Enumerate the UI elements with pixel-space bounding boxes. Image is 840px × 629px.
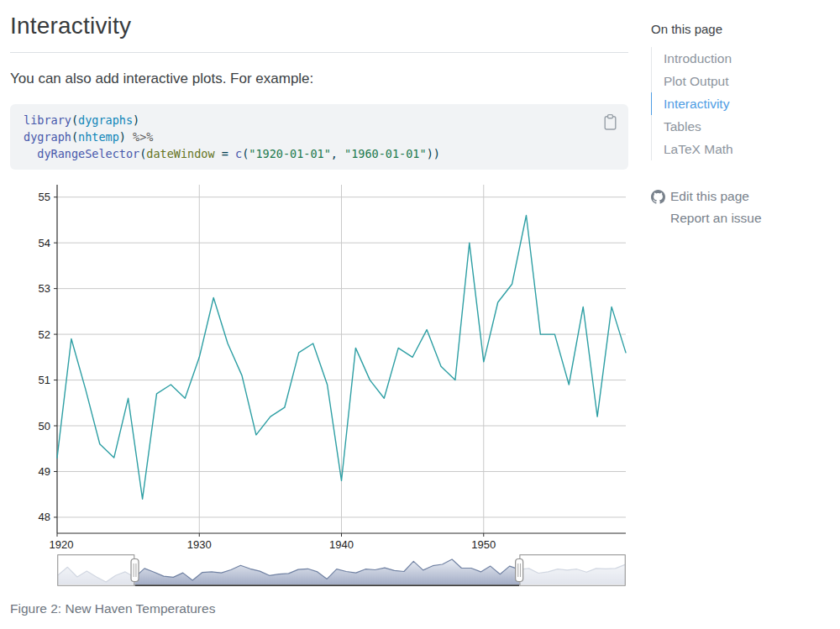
- edit-this-page-label: Edit this page: [670, 188, 749, 205]
- code-token: (: [71, 130, 78, 144]
- code-token[interactable]: dyRangeSelector: [37, 147, 139, 160]
- code-token: dateWindow: [146, 147, 214, 160]
- report-an-issue-link[interactable]: Report an issue: [651, 207, 832, 229]
- intro-text: You can also add interactive plots. For …: [10, 71, 628, 87]
- svg-text:52: 52: [39, 328, 50, 341]
- code-token: ): [119, 130, 133, 144]
- on-this-page-sidebar: On this page Introduction Plot Output In…: [651, 22, 832, 229]
- svg-text:49: 49: [39, 465, 50, 478]
- code-token: "1920-01-01": [249, 147, 331, 160]
- clipboard-icon: [602, 113, 618, 131]
- page-title: Interactivity: [10, 13, 628, 39]
- svg-text:1920: 1920: [50, 538, 74, 551]
- svg-text:1930: 1930: [187, 538, 212, 551]
- range-selector[interactable]: [57, 554, 626, 588]
- main-content: Interactivity You can also add interacti…: [10, 0, 628, 616]
- toc-tools: Edit this page Report an issue: [651, 186, 832, 229]
- svg-text:50: 50: [39, 420, 50, 432]
- code-token: )): [427, 147, 440, 160]
- code-token[interactable]: dygraph: [24, 130, 71, 144]
- toc-item-latex-math[interactable]: LaTeX Math: [652, 138, 832, 160]
- code-token[interactable]: nhtemp: [78, 130, 119, 144]
- code-token: ,: [331, 147, 344, 160]
- toc-item-tables[interactable]: Tables: [652, 115, 832, 138]
- svg-text:1950: 1950: [471, 538, 496, 551]
- svg-text:1940: 1940: [329, 538, 354, 551]
- code-content[interactable]: library(dygraphs) dygraph(nhtemp) %>% dy…: [24, 112, 615, 162]
- code-token[interactable]: dygraphs: [78, 113, 133, 127]
- report-an-issue-label: Report an issue: [670, 210, 762, 227]
- edit-this-page-link[interactable]: Edit this page: [651, 186, 832, 207]
- title-divider: [10, 52, 628, 53]
- code-token: %>%: [133, 130, 153, 144]
- code-token: =: [215, 147, 235, 160]
- code-token: "1960-01-01": [344, 147, 427, 160]
- svg-text:51: 51: [39, 374, 50, 386]
- svg-text:54: 54: [39, 237, 50, 249]
- svg-text:53: 53: [39, 282, 50, 295]
- code-token: (: [71, 113, 78, 127]
- toc-item-interactivity[interactable]: Interactivity: [651, 92, 832, 115]
- toc-list: Introduction Plot Output Interactivity T…: [651, 47, 832, 160]
- toc-item-plot-output[interactable]: Plot Output: [652, 70, 832, 92]
- code-token: c: [235, 147, 242, 160]
- page: Interactivity You can also add interacti…: [0, 0, 840, 629]
- temperature-line-chart[interactable]: 48495051525354551920193019401950: [10, 185, 628, 552]
- toc-title: On this page: [651, 22, 832, 36]
- code-token: ): [133, 113, 139, 127]
- code-block: library(dygraphs) dygraph(nhtemp) %>% dy…: [10, 104, 628, 170]
- copy-code-button[interactable]: [601, 112, 620, 135]
- toc-item-introduction[interactable]: Introduction: [652, 47, 832, 70]
- code-token: [24, 147, 37, 160]
- dygraph-figure: 48495051525354551920193019401950 Figure …: [10, 185, 628, 616]
- svg-text:48: 48: [39, 511, 50, 523]
- code-token: library: [24, 113, 71, 127]
- issue-icon-slot: [651, 212, 665, 226]
- figure-caption: Figure 2: New Haven Temperatures: [10, 601, 628, 616]
- svg-text:55: 55: [39, 191, 50, 203]
- github-icon: [651, 190, 665, 204]
